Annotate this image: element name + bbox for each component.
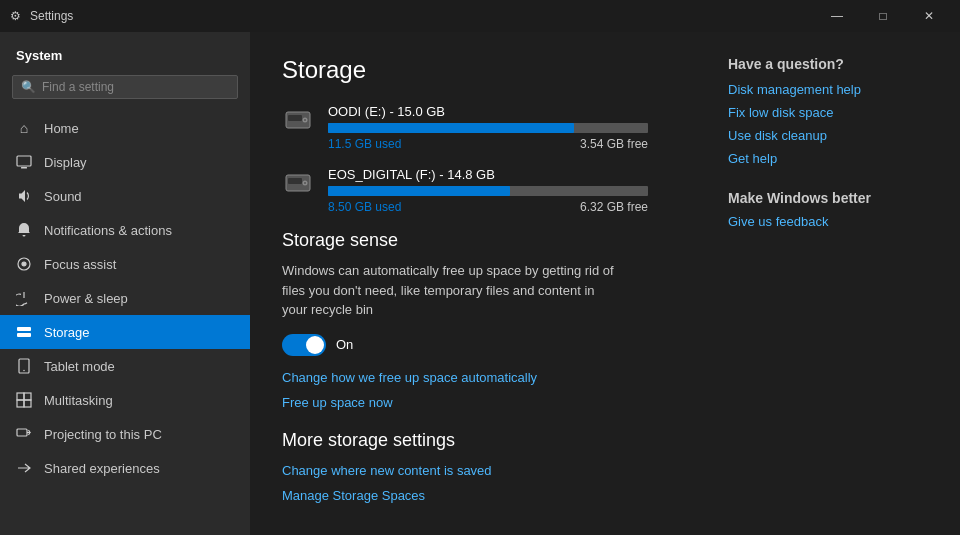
storage-sense-title: Storage sense (282, 230, 688, 251)
drive-1-bar (328, 123, 648, 133)
toggle-label: On (336, 337, 353, 352)
sidebar-search-box[interactable]: 🔍 (12, 75, 238, 99)
drive-2-name: EOS_DIGITAL (F:) - 14.8 GB (328, 167, 688, 182)
toggle-row: On (282, 334, 688, 356)
storage-sense-toggle[interactable] (282, 334, 326, 356)
titlebar-left: ⚙ Settings (8, 9, 73, 23)
get-help-link[interactable]: Get help (728, 151, 928, 166)
drive-icon-1 (282, 104, 314, 136)
svg-rect-11 (24, 393, 31, 400)
tablet-icon (16, 358, 32, 374)
sidebar: System 🔍 ⌂ Home Display Sound Notifi (0, 32, 250, 535)
drive-1-used: 11.5 GB used (328, 137, 401, 151)
titlebar: ⚙ Settings — □ ✕ (0, 0, 960, 32)
drive-1-free: 3.54 GB free (580, 137, 648, 151)
sidebar-item-label: Tablet mode (44, 359, 115, 374)
search-icon: 🔍 (21, 80, 36, 94)
content-left: Storage OODI (E:) - 15.0 GB (282, 56, 688, 511)
sidebar-item-tablet[interactable]: Tablet mode (0, 349, 250, 383)
change-how-link[interactable]: Change how we free up space automaticall… (282, 370, 688, 385)
drive-item-1: OODI (E:) - 15.0 GB 11.5 GB used 3.54 GB… (282, 104, 688, 151)
drive-2-bar (328, 186, 648, 196)
sidebar-item-label: Storage (44, 325, 90, 340)
sidebar-item-focus[interactable]: Focus assist (0, 247, 250, 281)
disk-management-link[interactable]: Disk management help (728, 82, 928, 97)
sound-icon (16, 188, 32, 204)
svg-rect-12 (17, 400, 24, 407)
free-up-space-link[interactable]: Free up space now (282, 395, 688, 410)
titlebar-controls: — □ ✕ (814, 0, 952, 32)
sidebar-item-storage[interactable]: Storage (0, 315, 250, 349)
close-button[interactable]: ✕ (906, 0, 952, 32)
notifications-icon (16, 222, 32, 238)
settings-icon: ⚙ (8, 9, 22, 23)
sidebar-item-label: Power & sleep (44, 291, 128, 306)
svg-rect-10 (17, 393, 24, 400)
svg-point-22 (304, 182, 306, 184)
more-storage-title: More storage settings (282, 430, 688, 451)
power-icon (16, 290, 32, 306)
sidebar-item-power[interactable]: Power & sleep (0, 281, 250, 315)
content-right: Have a question? Disk management help Fi… (728, 56, 928, 511)
sidebar-item-shared[interactable]: Shared experiences (0, 451, 250, 485)
minimize-button[interactable]: — (814, 0, 860, 32)
titlebar-title: Settings (30, 9, 73, 23)
fix-low-disk-link[interactable]: Fix low disk space (728, 105, 928, 120)
shared-icon (16, 460, 32, 476)
projecting-icon (16, 426, 32, 442)
give-feedback-link[interactable]: Give us feedback (728, 214, 928, 229)
storage-icon (16, 324, 32, 340)
sidebar-item-sound[interactable]: Sound (0, 179, 250, 213)
make-windows-better-section: Make Windows better Give us feedback (728, 190, 928, 229)
svg-rect-16 (288, 115, 302, 121)
page-title: Storage (282, 56, 688, 84)
drive-2-used: 8.50 GB used (328, 200, 401, 214)
sidebar-item-multitasking[interactable]: Multitasking (0, 383, 250, 417)
maximize-button[interactable]: □ (860, 0, 906, 32)
home-icon: ⌂ (16, 120, 32, 136)
svg-rect-1 (21, 167, 27, 169)
make-better-title: Make Windows better (728, 190, 928, 206)
drive-2-fill (328, 186, 510, 196)
drive-1-name: OODI (E:) - 15.0 GB (328, 104, 688, 119)
svg-rect-14 (17, 429, 27, 436)
sidebar-item-label: Shared experiences (44, 461, 160, 476)
drive-1-info: OODI (E:) - 15.0 GB 11.5 GB used 3.54 GB… (328, 104, 688, 151)
sidebar-item-projecting[interactable]: Projecting to this PC (0, 417, 250, 451)
display-icon (16, 154, 32, 170)
use-disk-cleanup-link[interactable]: Use disk cleanup (728, 128, 928, 143)
sidebar-item-home[interactable]: ⌂ Home (0, 111, 250, 145)
svg-point-6 (27, 328, 29, 330)
storage-sense-section: Storage sense Windows can automatically … (282, 230, 688, 410)
sidebar-item-label: Display (44, 155, 87, 170)
drive-2-free: 6.32 GB free (580, 200, 648, 214)
sidebar-item-notifications[interactable]: Notifications & actions (0, 213, 250, 247)
sidebar-item-label: Multitasking (44, 393, 113, 408)
manage-storage-spaces-link[interactable]: Manage Storage Spaces (282, 488, 688, 503)
svg-point-3 (22, 262, 26, 266)
drive-icon-2 (282, 167, 314, 199)
svg-point-7 (27, 334, 29, 336)
focus-icon (16, 256, 32, 272)
have-a-question-title: Have a question? (728, 56, 928, 72)
sidebar-item-label: Sound (44, 189, 82, 204)
svg-rect-13 (24, 400, 31, 407)
search-input[interactable] (42, 80, 229, 94)
storage-sense-desc: Windows can automatically free up space … (282, 261, 622, 320)
sidebar-item-label: Projecting to this PC (44, 427, 162, 442)
sidebar-item-display[interactable]: Display (0, 145, 250, 179)
drive-1-stats: 11.5 GB used 3.54 GB free (328, 137, 648, 151)
change-content-location-link[interactable]: Change where new content is saved (282, 463, 688, 478)
sidebar-system-label: System (0, 32, 250, 71)
drive-item-2: EOS_DIGITAL (F:) - 14.8 GB 8.50 GB used … (282, 167, 688, 214)
svg-point-18 (304, 119, 306, 121)
sidebar-item-label: Focus assist (44, 257, 116, 272)
svg-rect-0 (17, 156, 31, 166)
multitasking-icon (16, 392, 32, 408)
drive-1-fill (328, 123, 574, 133)
main-content: Storage OODI (E:) - 15.0 GB (250, 32, 960, 535)
app-body: System 🔍 ⌂ Home Display Sound Notifi (0, 32, 960, 535)
sidebar-item-label: Notifications & actions (44, 223, 172, 238)
drive-2-stats: 8.50 GB used 6.32 GB free (328, 200, 648, 214)
drive-2-info: EOS_DIGITAL (F:) - 14.8 GB 8.50 GB used … (328, 167, 688, 214)
